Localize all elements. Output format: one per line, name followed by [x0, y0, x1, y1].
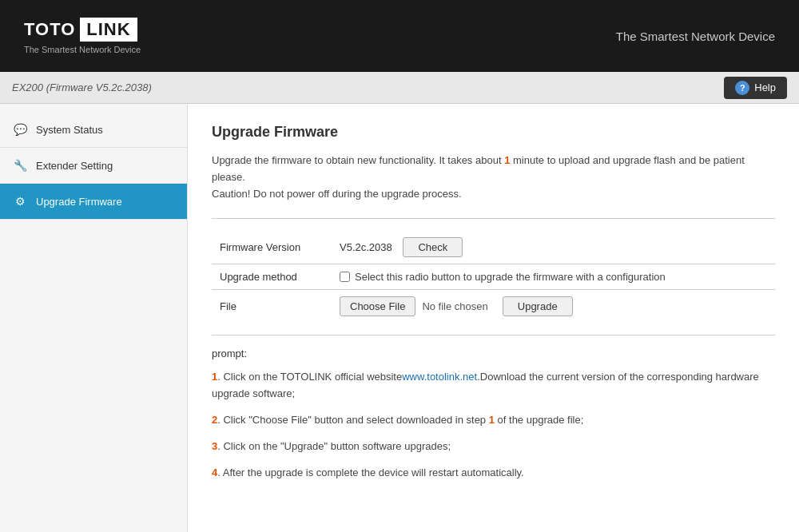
sidebar-item-upgrade-firmware[interactable]: ⚙ Upgrade Firmware: [0, 184, 187, 220]
firmware-version-row: Firmware Version V5.2c.2038 Check: [212, 231, 775, 264]
firmware-version-value-cell: V5.2c.2038 Check: [332, 231, 775, 264]
sidebar: 💬 System Status 🔧 Extender Setting ⚙ Upg…: [0, 104, 188, 532]
upgrade-method-checkbox[interactable]: [340, 272, 350, 282]
step-2-text: . Click "Choose File" button and select …: [217, 414, 488, 426]
upgrade-method-option: Select this radio button to upgrade the …: [340, 271, 767, 283]
step-1-prefix: . Click on the TOTOLINK official website: [217, 371, 402, 383]
check-button[interactable]: Check: [403, 237, 463, 257]
logo-tagline: The Smartest Network Device: [24, 45, 141, 54]
file-label: File: [212, 290, 332, 324]
prompt-label: prompt:: [212, 347, 775, 359]
header-tagline: The Smartest Network Device: [616, 30, 775, 43]
sidebar-item-label: Upgrade Firmware: [36, 196, 122, 208]
choose-file-button[interactable]: Choose File: [340, 296, 415, 316]
divider-bottom: [212, 335, 775, 335]
step-2-text2: of the upgrade file;: [495, 414, 583, 426]
subheader: EX200 (Firmware V5.2c.2038) ? Help: [0, 72, 799, 104]
step-2-ref: 1: [489, 414, 495, 426]
system-status-icon: 💬: [12, 121, 28, 137]
step-4-text: . After the upgrade is complete the devi…: [217, 466, 523, 478]
totolink-link[interactable]: www.totolink.net: [402, 371, 477, 383]
upgrade-firmware-icon: ⚙: [12, 193, 28, 209]
prompt-step-2: 2. Click "Choose File" button and select…: [212, 412, 775, 429]
firmware-form-table: Firmware Version V5.2c.2038 Check Upgrad…: [212, 231, 775, 323]
no-file-text: No file chosen: [422, 300, 487, 312]
upgrade-button[interactable]: Upgrade: [503, 296, 573, 316]
logo-toto: TOTO: [24, 19, 75, 40]
prompt-section: prompt: 1. Click on the TOTOLINK officia…: [212, 347, 775, 481]
logo-link: LINK: [80, 18, 137, 42]
sidebar-item-extender-setting[interactable]: 🔧 Extender Setting: [0, 148, 187, 184]
page-title: Upgrade Firmware: [212, 124, 775, 141]
help-label: Help: [754, 81, 776, 93]
desc-caution: Caution! Do not power off during the upg…: [212, 188, 462, 200]
help-icon: ?: [735, 81, 749, 95]
upgrade-method-label: Upgrade method: [212, 264, 332, 290]
desc-line1: Upgrade the firmware to obtain new funct…: [212, 154, 502, 166]
divider-top: [212, 218, 775, 219]
sidebar-item-label: Extender Setting: [36, 160, 113, 172]
firmware-version-label: Firmware Version: [212, 231, 332, 264]
sidebar-item-system-status[interactable]: 💬 System Status: [0, 112, 187, 148]
file-input-group: Choose File No file chosen Upgrade: [340, 296, 767, 316]
prompt-step-3: 3. Click on the "Upgrade" button softwar…: [212, 439, 775, 455]
logo-box: TOTO LINK The Smartest Network Device: [24, 18, 141, 54]
help-button[interactable]: ? Help: [724, 77, 787, 99]
file-row: File Choose File No file chosen Upgrade: [212, 290, 775, 324]
extender-setting-icon: 🔧: [12, 157, 28, 173]
upgrade-method-text: Select this radio button to upgrade the …: [355, 271, 666, 283]
device-info: EX200 (Firmware V5.2c.2038): [12, 81, 152, 93]
upgrade-method-row: Upgrade method Select this radio button …: [212, 264, 775, 290]
content-area: Upgrade Firmware Upgrade the firmware to…: [188, 104, 799, 532]
prompt-step-1: 1. Click on the TOTOLINK official websit…: [212, 369, 775, 403]
firmware-version-value: V5.2c.2038: [340, 241, 392, 253]
desc-highlight: 1: [504, 154, 510, 166]
sidebar-item-label: System Status: [36, 124, 103, 136]
main-layout: 💬 System Status 🔧 Extender Setting ⚙ Upg…: [0, 104, 799, 532]
description: Upgrade the firmware to obtain new funct…: [212, 153, 775, 202]
step-3-text: . Click on the "Upgrade" button software…: [217, 440, 451, 452]
file-cell: Choose File No file chosen Upgrade: [332, 290, 775, 324]
prompt-step-4: 4. After the upgrade is complete the dev…: [212, 465, 775, 482]
upgrade-method-cell: Select this radio button to upgrade the …: [332, 264, 775, 290]
logo-brand: TOTO LINK: [24, 18, 137, 42]
header: TOTO LINK The Smartest Network Device Th…: [0, 0, 799, 72]
